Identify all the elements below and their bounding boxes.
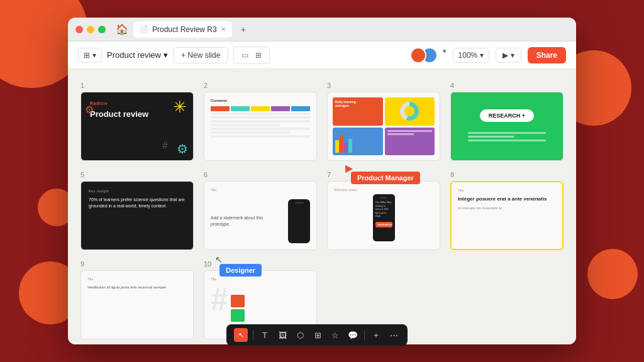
block-green — [231, 309, 245, 322]
slide-item: 4 RESEARCH + — [450, 82, 564, 161]
image-tool-icon[interactable]: 🖼 — [276, 329, 289, 341]
slides-grid: 1 Radicle Product review ✳ ⚙ ⚙ # 2 Conte… — [80, 82, 564, 339]
product-manager-badge: Product Manager — [351, 172, 420, 184]
line-3 — [468, 140, 545, 141]
bottom-toolbar: ↖ T 🖼 ⬡ ⊞ ☆ 💬 + ⋯ — [226, 324, 408, 346]
traffic-lights — [75, 26, 106, 33]
slide-thumb-4[interactable]: RESEARCH + — [450, 92, 564, 161]
line-1 — [468, 132, 545, 134]
slide-8-heading: Integer posuere erat a ante venenatis — [458, 196, 556, 202]
slide-2-title: Contents — [211, 99, 310, 102]
table-tool-icon[interactable]: ⊞ — [311, 329, 324, 341]
slide-thumb-5[interactable]: Key insight 76% of learners prefer scien… — [80, 181, 194, 250]
slide-number: 1 — [80, 82, 194, 89]
view-toggle: ▭ ⊞ — [233, 47, 270, 64]
key-insight-label: Key insight — [89, 189, 186, 193]
presentation-name[interactable]: Product review ▾ — [107, 50, 168, 60]
slide-thumb-1[interactable]: Radicle Product review ✳ ⚙ ⚙ # — [80, 92, 194, 161]
slide-item: 2 Contents — [204, 82, 317, 161]
cog-shape-1: ⚙ — [85, 104, 94, 116]
grid-view-icon[interactable]: ⊞ — [253, 50, 264, 61]
slide-6-title: Title — [211, 188, 310, 192]
slide-number: 4 — [450, 82, 564, 89]
hashtag-shape: # — [211, 283, 228, 332]
phone-7-notch — [380, 197, 387, 199]
slide-3-card-4 — [385, 128, 435, 156]
block-orange — [231, 295, 245, 307]
slide-3-bars — [333, 128, 383, 156]
slide-9-title: Title — [87, 277, 187, 281]
slide-4-lines — [468, 132, 545, 143]
slide-3-grid: Daily learningaverages — [333, 97, 435, 155]
toolbar-right: ▾ 100% ▾ ▶ ▾ Share — [410, 47, 566, 63]
slide-number: 8 — [450, 171, 564, 178]
slide-thumb-6[interactable]: Title Add a statement about this prototy… — [204, 181, 317, 250]
hashtag-shape: # — [162, 140, 168, 151]
slide-6-text-area: Add a statement about this prototype. — [211, 215, 283, 228]
slide-thumb-7[interactable]: Welcome screen The Milky Way Galaxy is a… — [327, 181, 440, 250]
view-selector[interactable]: ⊞ ▾ — [78, 48, 102, 63]
slide-thumb-8[interactable]: Title Integer posuere erat a ante venena… — [450, 181, 564, 250]
slide-6-phone — [288, 199, 310, 243]
close-button[interactable] — [75, 26, 83, 33]
slide-number: 9 — [80, 260, 194, 268]
research-badge: RESEARCH + — [480, 109, 534, 122]
grid-icon: ⊞ — [84, 51, 90, 60]
slide-2-table — [211, 106, 310, 138]
tab-close-icon[interactable]: ✕ — [221, 26, 226, 33]
cursor-2: ↖ — [215, 255, 223, 265]
star-tool-icon[interactable]: ☆ — [329, 329, 341, 341]
play-button[interactable]: ▶ ▾ — [496, 48, 521, 63]
slide-number: 3 — [327, 82, 440, 89]
bubble-tool-icon[interactable]: 💬 — [347, 329, 359, 341]
slide-item: 3 Daily learningaverages — [327, 82, 440, 161]
presentation-name-label: Product review — [107, 50, 161, 60]
slide-7-phone: The Milky Way Galaxy is about 1,000 ligh… — [373, 194, 395, 241]
title-bar: 🏠 📄 Product Review R3 ✕ + — [68, 18, 576, 41]
slide-number: 6 — [204, 171, 317, 178]
research-label: RESEARCH + — [489, 112, 525, 119]
slide-item: 8 Title Integer posuere erat a ante vene… — [450, 171, 564, 250]
slide-10-title: Title — [211, 277, 310, 281]
play-chevron: ▾ — [511, 51, 514, 60]
slide-9-text: Vestibulum id ligula porta felis euismod… — [87, 285, 187, 290]
maximize-button[interactable] — [98, 26, 106, 33]
avatar-1 — [410, 47, 426, 63]
text-tool-icon[interactable]: T — [258, 329, 271, 341]
new-tab-button[interactable]: + — [237, 23, 250, 36]
new-slide-button[interactable]: + New slide — [173, 47, 228, 63]
plus-tool-icon[interactable]: + — [370, 329, 382, 341]
avatar-group: ▾ — [410, 47, 447, 63]
home-icon[interactable]: 🏠 — [116, 23, 128, 36]
slide-7-title: Welcome screen — [334, 188, 433, 192]
slide-6-content: Add a statement about this prototype. — [211, 199, 310, 243]
more-tool-icon[interactable]: ⋯ — [387, 329, 400, 341]
minimize-button[interactable] — [87, 26, 94, 33]
toolbar: ⊞ ▾ Product review ▾ + New slide ▭ ⊞ ▾ — [68, 41, 576, 69]
share-button[interactable]: Share — [528, 47, 566, 63]
cog-shape-2: ⚙ — [177, 141, 188, 156]
slide-number: 5 — [80, 171, 194, 178]
slide-3-card-1: Daily learningaverages — [333, 97, 383, 126]
view-selector-chevron: ▾ — [92, 51, 96, 60]
play-icon: ▶ — [502, 51, 508, 60]
link-tool-icon[interactable]: ⬡ — [294, 329, 306, 341]
slide-item: 1 Radicle Product review ✳ ⚙ ⚙ # — [80, 82, 194, 161]
slide-7-content: The Milky Way Galaxy is about 1,000 ligh… — [334, 194, 433, 243]
zoom-chevron: ▾ — [480, 51, 484, 60]
slides-area: 1 Radicle Product review ✳ ⚙ ⚙ # 2 Conte… — [68, 69, 576, 344]
slide-thumb-9[interactable]: Title Vestibulum id ligula porta felis e… — [80, 270, 194, 339]
toolbar-divider-2 — [364, 330, 365, 340]
single-view-icon[interactable]: ▭ — [239, 50, 250, 61]
key-insight-text: 76% of learners prefer science questions… — [89, 197, 186, 209]
avatar-chevron[interactable]: ▾ — [443, 47, 447, 63]
browser-tab[interactable]: 📄 Product Review R3 ✕ — [133, 21, 232, 38]
toolbar-divider — [253, 330, 253, 340]
slide-thumb-2[interactable]: Contents — [204, 92, 317, 161]
zoom-control[interactable]: 100% ▾ — [453, 48, 489, 63]
slide-thumb-3[interactable]: Daily learningaverages — [327, 92, 440, 161]
slide-item: 5 Key insight 76% of learners prefer sci… — [80, 171, 194, 250]
arrow-tool[interactable]: ↖ — [234, 328, 248, 342]
slide-item: 9 Title Vestibulum id ligula porta felis… — [80, 260, 194, 339]
slide-8-title: Title — [458, 189, 556, 192]
